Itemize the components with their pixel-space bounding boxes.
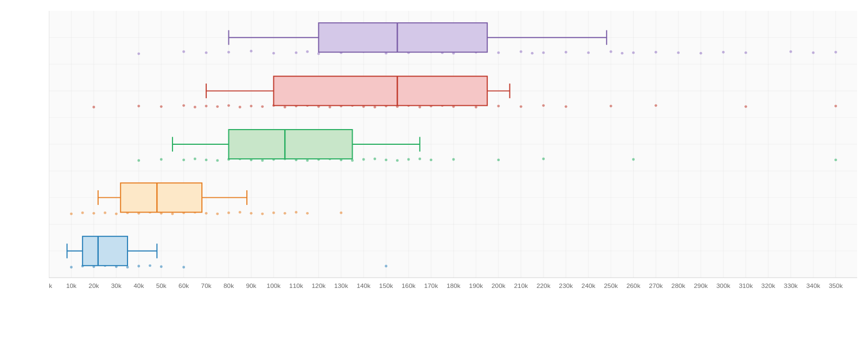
svg-text:240k: 240k: [582, 282, 596, 289]
svg-point-173: [171, 213, 174, 215]
svg-point-177: [216, 213, 219, 215]
svg-point-90: [182, 104, 185, 107]
svg-text:350k: 350k: [829, 282, 843, 289]
svg-point-146: [351, 159, 354, 162]
svg-text:210k: 210k: [514, 282, 528, 289]
svg-point-116: [497, 105, 500, 107]
svg-point-131: [182, 159, 185, 162]
svg-point-79: [789, 50, 792, 53]
svg-point-168: [115, 213, 118, 215]
svg-point-152: [418, 158, 421, 161]
svg-point-73: [632, 52, 635, 54]
svg-point-148: [373, 158, 376, 161]
svg-point-70: [587, 52, 590, 54]
svg-point-96: [250, 105, 253, 107]
box-plot-chart: Lead Senior Middle Junior Intern 0k 10k …: [49, 11, 857, 307]
svg-point-150: [396, 159, 399, 162]
svg-text:120k: 120k: [312, 282, 326, 289]
svg-point-192: [70, 266, 73, 268]
svg-point-56: [317, 53, 320, 55]
svg-text:250k: 250k: [604, 282, 618, 289]
svg-text:70k: 70k: [201, 282, 212, 289]
svg-point-67: [531, 52, 534, 55]
svg-text:140k: 140k: [356, 282, 371, 289]
svg-point-132: [194, 158, 196, 161]
svg-point-181: [261, 213, 264, 215]
svg-rect-127: [273, 76, 487, 106]
svg-point-87: [92, 106, 95, 108]
svg-point-49: [182, 50, 185, 53]
svg-point-142: [306, 159, 309, 162]
svg-point-155: [497, 159, 500, 162]
svg-point-119: [565, 105, 567, 108]
svg-point-68: [542, 52, 545, 54]
svg-point-164: [70, 213, 73, 215]
svg-point-186: [340, 211, 342, 214]
svg-point-107: [373, 106, 376, 108]
svg-point-197: [126, 266, 129, 268]
svg-rect-190: [120, 183, 202, 212]
svg-point-200: [160, 265, 163, 268]
svg-point-92: [205, 105, 208, 107]
svg-text:30k: 30k: [111, 282, 122, 289]
svg-point-129: [137, 159, 140, 162]
svg-point-115: [475, 106, 477, 108]
svg-point-95: [239, 106, 241, 108]
svg-text:300k: 300k: [716, 282, 730, 289]
svg-text:130k: 130k: [334, 282, 348, 289]
svg-point-147: [362, 158, 365, 161]
svg-point-158: [834, 159, 837, 162]
svg-point-72: [621, 52, 623, 55]
svg-text:100k: 100k: [267, 282, 281, 289]
svg-point-81: [834, 51, 837, 54]
svg-text:270k: 270k: [649, 282, 663, 289]
svg-text:230k: 230k: [559, 282, 573, 289]
svg-text:290k: 290k: [694, 282, 708, 289]
svg-point-121: [655, 104, 658, 107]
svg-point-52: [250, 50, 253, 53]
svg-point-133: [205, 159, 208, 162]
svg-text:60k: 60k: [178, 282, 189, 289]
svg-point-184: [295, 211, 297, 214]
svg-rect-206: [82, 236, 127, 266]
svg-point-97: [261, 105, 264, 108]
svg-point-149: [385, 159, 387, 162]
svg-text:160k: 160k: [401, 282, 416, 289]
svg-text:20k: 20k: [88, 282, 99, 289]
svg-point-117: [520, 105, 522, 108]
svg-point-93: [216, 105, 219, 108]
svg-point-74: [655, 51, 658, 54]
svg-point-48: [137, 53, 140, 55]
svg-text:200k: 200k: [492, 282, 506, 289]
svg-point-71: [610, 50, 612, 53]
svg-point-176: [205, 212, 208, 215]
svg-point-182: [272, 211, 275, 214]
svg-point-65: [497, 52, 500, 54]
svg-point-118: [542, 104, 545, 107]
svg-point-199: [149, 264, 151, 267]
svg-point-154: [452, 158, 455, 161]
svg-text:90k: 90k: [246, 282, 256, 289]
svg-point-94: [227, 104, 230, 107]
svg-point-120: [610, 105, 612, 107]
svg-point-77: [722, 51, 725, 54]
svg-point-76: [699, 52, 702, 55]
svg-text:0k: 0k: [49, 282, 52, 289]
svg-point-122: [744, 105, 747, 108]
svg-point-80: [812, 52, 815, 54]
svg-point-180: [250, 212, 253, 215]
svg-point-51: [227, 51, 230, 54]
svg-text:280k: 280k: [672, 282, 686, 289]
svg-text:10k: 10k: [66, 282, 76, 289]
svg-text:50k: 50k: [156, 282, 167, 289]
svg-point-53: [272, 52, 275, 55]
svg-point-75: [677, 52, 680, 54]
svg-text:330k: 330k: [784, 282, 798, 289]
svg-point-201: [182, 266, 185, 268]
svg-text:170k: 170k: [424, 282, 438, 289]
svg-point-157: [632, 158, 635, 161]
svg-point-88: [137, 105, 140, 107]
svg-text:310k: 310k: [739, 282, 753, 289]
svg-text:190k: 190k: [469, 282, 483, 289]
svg-point-166: [92, 212, 95, 215]
